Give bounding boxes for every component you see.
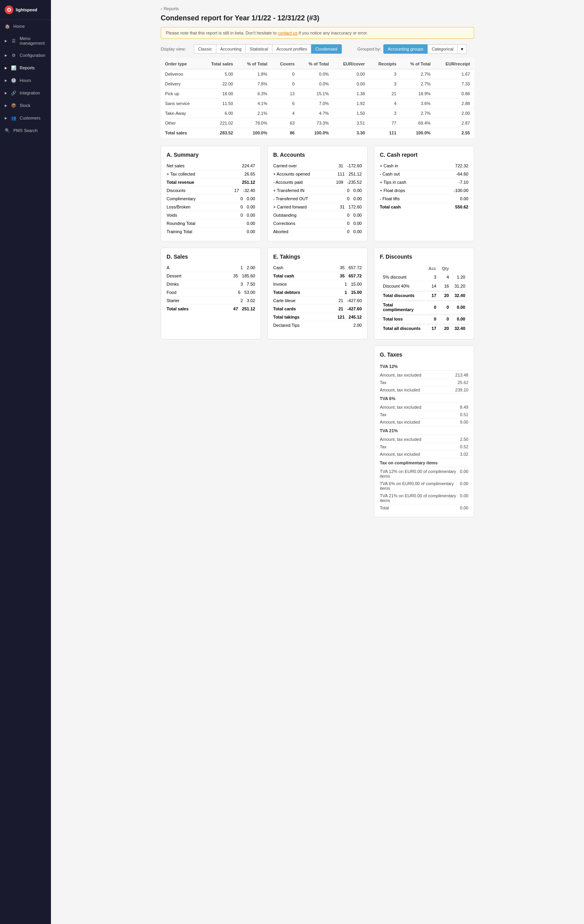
alert-link[interactable]: contact us: [278, 31, 297, 35]
grouped-by-controls: Grouped by: Accounting groups Categorica…: [357, 44, 467, 54]
tax-group-title: Tax on complimentary items: [380, 458, 468, 467]
discount-total-row: Total discounts172032.40: [381, 291, 468, 300]
view-controls: Display view: Classic Accounting Statist…: [161, 44, 474, 54]
alert-banner: Please note that this report is still in…: [161, 27, 474, 39]
discount-row: Discount 40%141631.20: [381, 282, 468, 290]
takings-row: Carte bleue21-427.60: [273, 297, 362, 305]
breadcrumb-link[interactable]: Reports: [164, 6, 179, 11]
table-row: Take-Away6.002.1%44.7%1.5032.7%2.00: [161, 109, 474, 118]
discount-total-row: Total all discounts172032.40: [381, 324, 468, 333]
sales-row: Starter23.02: [167, 297, 255, 305]
taxes-section-wrapper: G. Taxes TVA 12%Amount, tax excluded213.…: [161, 346, 474, 517]
taxes-card: G. Taxes TVA 12%Amount, tax excluded213.…: [374, 346, 474, 517]
sidebar-item-hours[interactable]: ▶ 🕐 Hours: [0, 74, 51, 87]
tax-row: Amount, tax excluded8.49: [380, 404, 468, 411]
sidebar-label-integration: Integration: [20, 91, 40, 95]
tax-row: TVA 21% on EUR0.00 of complimentary item…: [380, 492, 468, 504]
sidebar-label-config: Configuration: [20, 53, 45, 58]
sidebar-label-home: Home: [13, 24, 25, 29]
table-row: Delivery22.007.8%00.0%0.0032.7%7.33: [161, 79, 474, 89]
tax-group-title: TVA 6%: [380, 394, 468, 403]
accounts-row: Outstanding00.00: [273, 211, 362, 219]
sidebar-item-home[interactable]: 🏠 Home: [0, 20, 51, 33]
discounts-table: AccQty5% discount341.20Discount 40%14163…: [380, 264, 468, 333]
cash-report-card: C. Cash report + Cash in722.32- Cash out…: [374, 146, 474, 241]
tax-row: Amount, tax included3.02: [380, 451, 468, 458]
breadcrumb: ‹ Reports: [161, 6, 474, 11]
grouped-tab-categorical[interactable]: Categorical: [428, 44, 458, 54]
summary-row: Loss/Broken00.00: [167, 203, 255, 211]
summary-row: Rounding Total0.00: [167, 219, 255, 228]
hours-icon: 🕐: [11, 78, 16, 83]
summary-row: Complimentary00.00: [167, 195, 255, 203]
sidebar-label-customers: Customers: [20, 116, 40, 120]
col-eur-cover: EUR/cover: [333, 59, 369, 69]
accounts-row: - Transferred OUT00.00: [273, 195, 362, 203]
sales-row: Drinks37.50: [167, 280, 255, 288]
logo: lightspeed: [0, 0, 51, 20]
sidebar-item-pms[interactable]: 🔍 PMS Search: [0, 124, 51, 137]
accounts-card: B. Accounts Carried over31-172.60+ Accou…: [267, 146, 368, 241]
pms-icon: 🔍: [5, 128, 10, 133]
sections-row-1: A. Summary Net sales224.47+ Tax collecte…: [161, 146, 474, 241]
takings-row: Cash35657.72: [273, 264, 362, 272]
sidebar-item-integration[interactable]: ▶ 🔗 Integration: [0, 87, 51, 99]
alert-text-after: if you notice any inaccuracy or error.: [297, 31, 368, 35]
sidebar-label-hours: Hours: [20, 78, 31, 83]
alert-text-before: Please note that this report is still in…: [166, 31, 278, 35]
summary-row: Training Total0.00: [167, 228, 255, 236]
tax-row: Amount, tax excluded2.50: [380, 436, 468, 443]
stock-icon: 📦: [11, 103, 16, 108]
page-title: Condensed report for Year 1/1/22 - 12/31…: [161, 14, 474, 22]
sidebar-label-menu: Menu management: [20, 36, 46, 45]
cash-row: - Float lifts0.00: [380, 195, 468, 203]
sections-row-2: D. Sales A12.00Dessert35185.60Drinks37.5…: [161, 248, 474, 339]
display-view-label: Display view:: [161, 47, 186, 51]
summary-row: Voids00.00: [167, 211, 255, 219]
sidebar-item-reports[interactable]: ▶ 📊 Reports: [0, 62, 51, 74]
sidebar-item-customers[interactable]: ▶ 👥 Customers: [0, 112, 51, 124]
grouped-more-button[interactable]: ▼: [458, 44, 467, 54]
discount-row: 5% discount341.20: [381, 273, 468, 281]
discount-total-row: Total complimentary000.00: [381, 301, 468, 314]
discounts-card: F. Discounts AccQty5% discount341.20Disc…: [374, 248, 474, 339]
tab-condensed[interactable]: Condensed: [311, 44, 341, 54]
config-icon: ⚙: [11, 53, 16, 58]
sales-row: Dessert35185.60: [167, 272, 255, 280]
col-total-sales: Total sales: [201, 59, 237, 69]
summary-row: Discounts17-32.40: [167, 187, 255, 195]
tab-accounting[interactable]: Accounting: [216, 44, 246, 54]
cash-row: - Cash out-64.60: [380, 170, 468, 178]
sidebar-label-stock: Stock: [20, 103, 31, 108]
grouped-tab-accounting-groups[interactable]: Accounting groups: [383, 44, 428, 54]
accounts-title: B. Accounts: [273, 152, 362, 158]
tab-statistical[interactable]: Statistical: [246, 44, 272, 54]
cash-total-row: Total cash550.62: [380, 203, 468, 211]
order-table: Order type Total sales % of Total Covers…: [161, 58, 474, 138]
takings-row: Invoice115.00: [273, 280, 362, 288]
tax-row: Amount, tax included239.10: [380, 386, 468, 394]
summary-title: A. Summary: [167, 152, 255, 158]
table-row: Other221.0278.0%6373.3%3.517769.4%2.87: [161, 118, 474, 128]
logo-icon: [5, 5, 13, 14]
accounts-row: + Accounts opened111251.12: [273, 170, 362, 178]
sidebar-item-stock[interactable]: ▶ 📦 Stock: [0, 99, 51, 112]
sidebar-item-configuration[interactable]: ▶ ⚙ Configuration: [0, 49, 51, 62]
col-pct-total-3: % of Total: [400, 59, 434, 69]
summary-card: A. Summary Net sales224.47+ Tax collecte…: [161, 146, 261, 241]
table-row: Sans service11.504.1%67.0%1.9243.6%2.88: [161, 99, 474, 109]
sidebar-label-reports: Reports: [20, 65, 35, 70]
tab-account-profiles[interactable]: Account profiles: [272, 44, 311, 54]
sidebar-item-menu-management[interactable]: ▶ ☰ Menu management: [0, 33, 51, 49]
taxes-title: G. Taxes: [380, 351, 468, 358]
tab-classic[interactable]: Classic: [194, 44, 216, 54]
grouped-by-tabs: Accounting groups Categorical ▼: [383, 44, 467, 54]
sales-card: D. Sales A12.00Dessert35185.60Drinks37.5…: [161, 248, 261, 339]
summary-row: + Tax collected26.65: [167, 170, 255, 178]
takings-row: Declared Tips2.00: [273, 321, 362, 329]
discount-total-row: Total loss000.00: [381, 315, 468, 323]
accounts-row: - Accounts paid109-235.52: [273, 178, 362, 187]
main-content: ‹ Reports Condensed report for Year 1/1/…: [51, 0, 584, 924]
col-receipts: Receipts: [369, 59, 400, 69]
accounts-row: Carried over31-172.60: [273, 162, 362, 170]
